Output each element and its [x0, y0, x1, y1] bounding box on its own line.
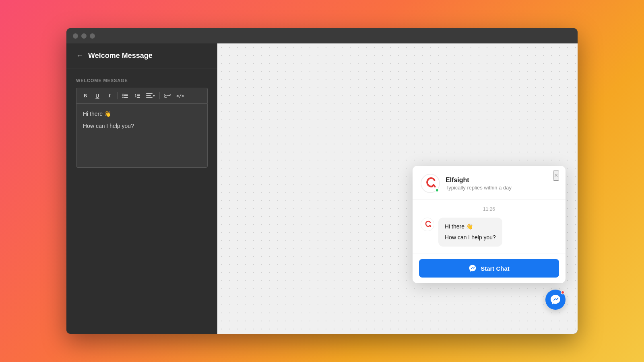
right-panel: × [217, 43, 578, 334]
page-title: Welcome Message [88, 51, 153, 60]
svg-rect-10 [146, 93, 153, 94]
traffic-lights [73, 33, 95, 39]
message-text-line-1: Hi there 👋 [445, 222, 496, 231]
start-chat-label: Start Chat [481, 265, 510, 272]
chat-popup: × [413, 166, 566, 283]
svg-rect-11 [146, 95, 151, 96]
chat-messages: 11:26 Hi there 👋 H [413, 200, 566, 253]
agent-info: Elfsight Typically replies within a day [446, 177, 557, 191]
online-status-dot [435, 188, 439, 192]
left-panel: ← Welcome Message WELCOME MESSAGE B U I [66, 43, 217, 334]
editor-line-1: Hi there 👋 [83, 109, 201, 118]
svg-rect-7 [137, 94, 140, 95]
start-chat-button[interactable]: Start Chat [419, 259, 559, 278]
code-button[interactable]: </> [174, 90, 187, 101]
traffic-light-maximize[interactable] [90, 33, 95, 39]
link-button[interactable] [162, 90, 173, 101]
chat-widget-container: × [413, 166, 566, 310]
left-panel-header: ← Welcome Message [66, 43, 217, 68]
chat-message-row: Hi there 👋 How can I help you? [421, 218, 557, 247]
messenger-icon [469, 264, 477, 272]
browser-body: ← Welcome Message WELCOME MESSAGE B U I [66, 43, 578, 334]
svg-rect-9 [137, 97, 140, 98]
align-button[interactable]: ▾ [144, 90, 157, 101]
editor-body[interactable]: Hi there 👋 How can I help you? [76, 103, 208, 168]
svg-point-14 [422, 219, 433, 230]
browser-titlebar [66, 28, 578, 43]
agent-name: Elfsight [446, 177, 557, 184]
editor-toolbar: B U I [76, 88, 208, 103]
svg-rect-3 [124, 95, 128, 96]
chat-popup-header: Elfsight Typically replies within a day [413, 166, 566, 200]
messenger-fab-icon [550, 294, 561, 305]
svg-point-2 [122, 95, 124, 97]
fab-notification-dot [561, 290, 565, 294]
svg-rect-8 [137, 95, 140, 96]
toolbar-divider-1 [117, 92, 118, 99]
svg-rect-1 [124, 94, 128, 95]
svg-point-4 [122, 97, 124, 98]
message-bubble: Hi there 👋 How can I help you? [438, 218, 502, 247]
traffic-light-close[interactable] [73, 33, 78, 39]
editor-line-2: How can I help you? [83, 121, 201, 130]
chat-timestamp: 11:26 [421, 206, 557, 212]
message-avatar [421, 218, 434, 231]
toolbar-divider-2 [159, 92, 160, 99]
bold-button[interactable]: B [80, 90, 91, 101]
agent-avatar-wrapper [421, 174, 440, 193]
underline-button[interactable]: U [92, 90, 103, 101]
browser-window: ← Welcome Message WELCOME MESSAGE B U I [66, 28, 578, 334]
italic-button[interactable]: I [104, 90, 115, 101]
agent-status: Typically replies within a day [446, 185, 557, 191]
svg-rect-5 [124, 97, 128, 98]
ordered-list-button[interactable]: 1. [132, 90, 143, 101]
traffic-light-minimize[interactable] [81, 33, 87, 39]
message-text-line-2: How can I help you? [445, 233, 496, 242]
svg-point-0 [122, 94, 124, 95]
back-button[interactable]: ← [76, 51, 83, 60]
chat-popup-close-button[interactable]: × [553, 171, 559, 181]
svg-rect-12 [146, 97, 153, 98]
left-panel-content: WELCOME MESSAGE B U I [66, 68, 217, 177]
section-label: WELCOME MESSAGE [76, 78, 208, 83]
chat-popup-footer: Start Chat [413, 253, 566, 283]
unordered-list-button[interactable] [120, 90, 131, 101]
messenger-fab-button[interactable] [545, 290, 566, 310]
